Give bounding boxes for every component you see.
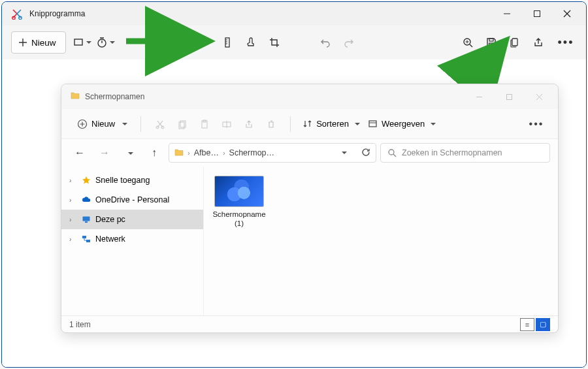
up-button[interactable]: ↑ — [144, 142, 165, 163]
svg-rect-12 — [152, 45, 154, 47]
recent-chevron[interactable] — [119, 142, 140, 163]
save-button[interactable] — [480, 31, 502, 54]
pen-tool[interactable] — [146, 31, 168, 54]
breadcrumb-pictures[interactable]: Afbe… — [194, 148, 219, 157]
search-box[interactable]: Zoeken in Schermopnamen — [380, 143, 550, 163]
share-button[interactable] — [527, 31, 549, 54]
crop-icon — [269, 37, 280, 48]
highlighter-tool[interactable] — [169, 31, 191, 54]
new-plus-circle-icon — [77, 119, 88, 129]
paste-button[interactable] — [195, 114, 214, 134]
nav-network[interactable]: › Netwerk — [61, 229, 203, 249]
copy-button[interactable] — [504, 31, 526, 54]
share-icon — [532, 37, 544, 48]
edit-tools — [146, 31, 286, 54]
svg-point-43 — [389, 150, 394, 155]
explorer-nav: ← → ↑ › Afbe… › Schermop… Zoeken in Sche… — [61, 139, 558, 167]
copy-button-explorer[interactable] — [172, 114, 192, 134]
explorer-body: › Snelle toegang › OneDrive - Personal ›… — [61, 167, 558, 315]
app-icon — [11, 8, 23, 20]
files-pane[interactable]: Schermopname (1) — [204, 167, 558, 315]
svg-rect-47 — [82, 236, 86, 238]
svg-rect-45 — [83, 217, 90, 221]
thumbnail — [214, 176, 264, 207]
star-icon — [81, 175, 91, 185]
zoom-button[interactable] — [457, 31, 479, 54]
breadcrumb-screenshots[interactable]: Schermop… — [229, 148, 274, 157]
eraser-tool[interactable] — [193, 31, 215, 54]
back-button[interactable]: ← — [69, 142, 90, 163]
icons-view-button[interactable]: ▢ — [536, 318, 550, 331]
svg-rect-8 — [74, 39, 82, 45]
svg-rect-46 — [85, 221, 88, 223]
new-button[interactable]: Nieuw — [11, 31, 66, 54]
folder-icon — [174, 148, 184, 159]
explorer-minimize-button[interactable] — [464, 84, 494, 109]
eraser-icon — [198, 37, 210, 48]
undo-icon — [319, 37, 331, 48]
statusbar: 1 item ≡ ▢ — [61, 315, 558, 332]
svg-rect-23 — [512, 39, 517, 46]
action-tools — [457, 31, 549, 54]
sort-label: Sorteren — [316, 119, 349, 129]
search-placeholder: Zoeken in Schermopnamen — [402, 148, 502, 157]
plus-icon — [18, 38, 27, 47]
crop-tool[interactable] — [263, 31, 286, 54]
explorer-more-button[interactable]: ••• — [527, 114, 546, 134]
cut-button[interactable] — [150, 114, 170, 134]
nav-quick-access[interactable]: › Snelle toegang — [61, 170, 203, 190]
breadcrumb[interactable]: › Afbe… › Schermop… — [169, 143, 376, 163]
svg-rect-41 — [369, 121, 376, 127]
explorer-title: Schermopnamen — [85, 92, 464, 101]
nav-onedrive[interactable]: › OneDrive - Personal — [61, 190, 203, 210]
folder-icon — [71, 91, 80, 103]
copy-icon — [177, 119, 188, 129]
svg-rect-13 — [225, 38, 229, 47]
delete-button[interactable] — [261, 114, 281, 134]
monitor-icon — [81, 214, 91, 225]
view-icon — [368, 119, 378, 129]
breadcrumb-chevron[interactable] — [340, 148, 347, 157]
refresh-button[interactable] — [361, 148, 370, 159]
explorer-new-button[interactable]: Nieuw — [73, 114, 131, 134]
highlighter-icon — [171, 37, 182, 48]
minimize-button[interactable] — [492, 2, 522, 25]
timer-icon — [96, 37, 108, 48]
view-label: Weergeven — [382, 119, 425, 129]
view-dropdown[interactable]: Weergeven — [365, 119, 438, 129]
share-button-explorer[interactable] — [239, 114, 259, 134]
history-tools — [314, 31, 360, 54]
delay-button[interactable] — [95, 31, 117, 54]
undo-button[interactable] — [314, 31, 336, 54]
explorer-maximize-button[interactable] — [494, 84, 524, 109]
snipping-tool-window: Knipprogramma Nieuw — [1, 1, 587, 368]
ruler-tool[interactable] — [216, 31, 238, 54]
nav-this-pc[interactable]: › Deze pc — [61, 210, 203, 229]
rectangle-mode-icon — [73, 37, 84, 48]
ruler-icon — [221, 37, 233, 48]
explorer-new-label: Nieuw — [91, 119, 115, 129]
svg-rect-3 — [534, 11, 540, 17]
sort-dropdown[interactable]: Sorteren — [300, 119, 363, 129]
sort-icon — [302, 119, 312, 129]
close-button[interactable] — [552, 2, 582, 25]
forward-button[interactable]: → — [94, 142, 115, 163]
explorer-toolbar: Nieuw Sorteren Weergeven ••• — [61, 109, 558, 139]
explorer-titlebar: Schermopnamen — [61, 84, 558, 109]
details-view-button[interactable]: ≡ — [520, 318, 534, 331]
svg-rect-21 — [489, 39, 493, 41]
file-name: Schermopname (1) — [212, 210, 265, 229]
titlebar: Knipprogramma — [2, 2, 586, 25]
rename-button[interactable] — [217, 114, 237, 134]
more-button[interactable]: ••• — [555, 31, 577, 54]
file-item[interactable]: Schermopname (1) — [210, 173, 268, 309]
zoom-icon — [462, 37, 474, 48]
redo-icon — [343, 37, 355, 48]
snip-mode-button[interactable] — [71, 31, 93, 54]
touch-tool[interactable] — [240, 31, 262, 54]
maximize-button[interactable] — [522, 2, 552, 25]
cloud-icon — [81, 195, 91, 205]
redo-button[interactable] — [338, 31, 360, 54]
explorer-close-button[interactable] — [524, 84, 554, 109]
svg-line-18 — [470, 44, 472, 47]
